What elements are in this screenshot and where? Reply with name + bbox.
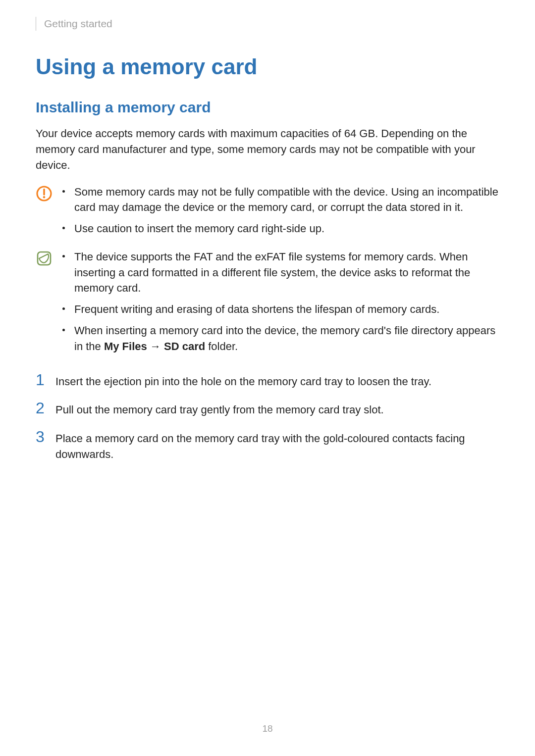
step-text: Pull out the memory card tray gently fro… xyxy=(55,400,384,418)
note-callout: The device supports the FAT and the exFA… xyxy=(36,249,499,359)
note-item-3-post: folder. xyxy=(205,340,238,353)
caution-icon xyxy=(36,184,54,204)
note-item-2: Frequent writing and erasing of data sho… xyxy=(74,303,439,315)
note-item-1: The device supports the FAT and the exFA… xyxy=(74,251,470,294)
step-3: 3 Place a memory card on the memory card… xyxy=(36,429,499,462)
step-1: 1 Insert the ejection pin into the hole … xyxy=(36,372,499,390)
list-item: Use caution to insert the memory card ri… xyxy=(62,221,499,236)
step-2: 2 Pull out the memory card tray gently f… xyxy=(36,400,499,418)
list-item: The device supports the FAT and the exFA… xyxy=(62,249,499,296)
page-title: Using a memory card xyxy=(36,54,499,79)
step-number: 3 xyxy=(36,429,48,445)
intro-paragraph: Your device accepts memory cards with ma… xyxy=(36,126,499,173)
note-icon xyxy=(36,249,54,269)
section-subtitle: Installing a memory card xyxy=(36,99,499,116)
svg-point-2 xyxy=(43,196,45,198)
list-item: Some memory cards may not be fully compa… xyxy=(62,184,499,215)
step-text: Place a memory card on the memory card t… xyxy=(55,429,499,462)
step-number: 1 xyxy=(36,372,48,388)
page-number: 18 xyxy=(0,723,535,734)
note-item-3-bold1: My Files xyxy=(104,340,147,353)
header-divider xyxy=(36,17,36,31)
caution-callout: Some memory cards may not be fully compa… xyxy=(36,184,499,243)
step-number: 2 xyxy=(36,400,48,416)
note-item-3-bold2: SD card xyxy=(164,340,205,353)
caution-list: Some memory cards may not be fully compa… xyxy=(62,184,499,243)
arrow-glyph: → xyxy=(147,340,164,353)
list-item: When inserting a memory card into the de… xyxy=(62,323,499,353)
document-page: Getting started Using a memory card Inst… xyxy=(0,0,535,756)
list-item: Frequent writing and erasing of data sho… xyxy=(62,302,499,317)
breadcrumb: Getting started xyxy=(44,18,112,30)
caution-item-1: Some memory cards may not be fully compa… xyxy=(74,186,498,213)
note-list: The device supports the FAT and the exFA… xyxy=(62,249,499,359)
step-text: Insert the ejection pin into the hole on… xyxy=(55,372,431,390)
caution-item-2: Use caution to insert the memory card ri… xyxy=(74,222,324,235)
page-header: Getting started xyxy=(36,17,499,31)
step-list: 1 Insert the ejection pin into the hole … xyxy=(36,372,499,462)
